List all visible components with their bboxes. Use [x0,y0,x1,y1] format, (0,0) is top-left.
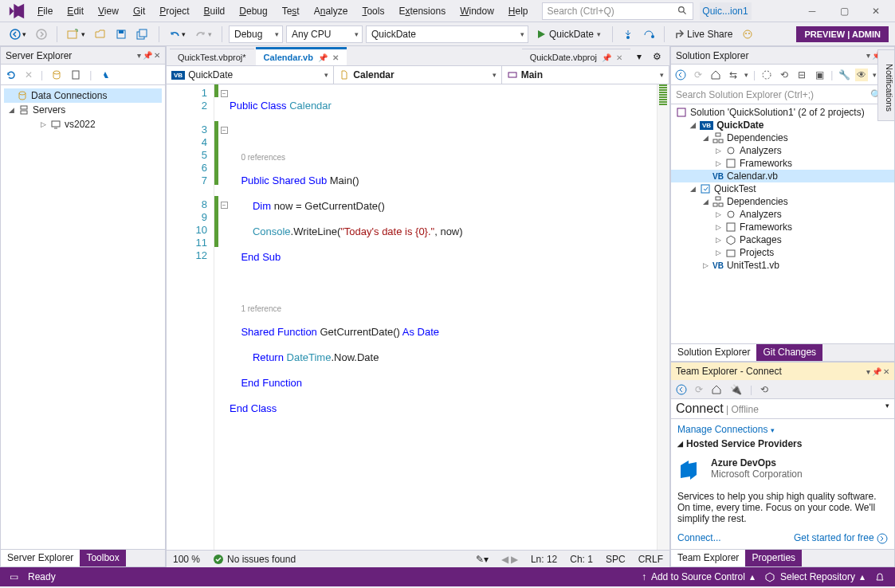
startup-select[interactable]: QuickDate [366,25,528,43]
quick-launch-search[interactable]: Search (Ctrl+Q) [542,2,693,20]
frameworks-node2[interactable]: ▷Frameworks [671,221,894,233]
save-button[interactable] [112,27,130,41]
fold-icon[interactable]: − [221,202,228,209]
menu-git[interactable]: Git [126,2,152,20]
tree-data-connections[interactable]: Data Connections [4,88,162,103]
pin-icon[interactable]: 📌 [143,51,152,60]
close-panel-icon[interactable]: ✕ [154,51,160,60]
crlf-picker-icon[interactable]: ✎▾ [476,554,489,565]
maximize-button[interactable]: ▢ [828,1,860,22]
calendar-vb-node[interactable]: VBCalendar.vb [671,170,894,182]
issues-indicator[interactable]: No issues found [213,554,296,565]
analyzers-node[interactable]: ▷Analyzers [671,144,894,157]
window-menu-icon[interactable]: ▾ [866,367,870,376]
menu-edit[interactable]: Edit [60,2,91,20]
tree-servers[interactable]: ◢ Servers [4,103,162,117]
platform-select[interactable]: Any CPU [286,25,363,43]
git-changes-tab[interactable]: Git Changes [756,344,822,361]
fold-icon[interactable]: − [221,127,228,134]
menu-window[interactable]: Window [453,2,501,20]
tree-server-vs2022[interactable]: ▷ vs2022 [4,117,162,131]
spc-indicator[interactable]: SPC [606,554,626,565]
config-select[interactable]: Debug [229,25,283,43]
server-explorer-header[interactable]: Server Explorer ▾📌✕ [1,47,165,65]
deps-quicktest[interactable]: ◢Dependencies [671,195,894,208]
crlf-indicator[interactable]: CRLF [638,554,663,565]
feedback-icon[interactable] [739,27,756,41]
show-all-icon[interactable]: ▣ [813,69,826,81]
open-file-button[interactable] [92,27,109,41]
connect-header[interactable]: Connect | Offline ▾ [671,399,894,419]
te-refresh-icon[interactable]: ⟲ [760,384,768,395]
te-forward-icon[interactable]: ⟳ [695,384,703,395]
unittest-vb-node[interactable]: ▷VBUnitTest1.vb [671,259,894,272]
menu-build[interactable]: Build [197,2,233,20]
menu-analyze[interactable]: Analyze [307,2,355,20]
project-quicktest[interactable]: ◢QuickTest [671,182,894,195]
undo-button[interactable]: ▾ [166,27,189,41]
menu-project[interactable]: Project [152,2,196,20]
connect-db-icon[interactable] [51,69,62,80]
solution-node[interactable]: Solution 'QuickSolution1' (2 of 2 projec… [671,106,894,119]
col-indicator[interactable]: Ch: 1 [570,554,593,565]
solution-title-chip[interactable]: Quic...ion1 [700,2,752,20]
refresh-icon[interactable]: ⟲ [778,69,791,81]
step-into-icon[interactable] [619,27,637,41]
hosted-providers-section[interactable]: ◢Hosted Service Providers [677,435,888,453]
preview-admin-badge[interactable]: PREVIEW | ADMIN [796,26,889,42]
pin-tab-icon[interactable]: 📌 [318,53,328,62]
window-menu-icon[interactable]: ▾ [866,51,870,60]
pin-icon[interactable]: 📌 [872,367,881,376]
back-icon[interactable] [674,69,687,81]
preview-icon[interactable]: 👁 [855,69,868,81]
te-back-icon[interactable] [676,384,687,395]
preview-pin-icon[interactable]: 📌 [602,53,611,62]
nav-forward-button[interactable] [33,27,50,41]
nav-type-select[interactable]: Calendar [334,66,501,84]
start-debug-button[interactable]: QuickDate ▾ [532,27,606,41]
connect-server-icon[interactable] [70,69,81,80]
menu-debug[interactable]: Debug [232,2,274,20]
properties-icon[interactable]: 🔧 [838,69,850,81]
menu-test[interactable]: Test [275,2,307,20]
team-explorer-tab[interactable]: Team Explorer [671,550,745,566]
minimize-button[interactable]: ─ [796,1,828,22]
fold-icon[interactable]: − [221,90,228,97]
toolbox-tab[interactable]: Toolbox [80,550,125,566]
manage-connections-link[interactable]: Manage Connections ▾ [677,424,888,435]
close-panel-icon[interactable]: ✕ [883,367,889,376]
step-over-icon[interactable] [640,27,658,41]
source-control-button[interactable]: ↑ Add to Source Control ▴ [642,571,755,582]
new-project-button[interactable]: ▾ [64,27,88,41]
menu-file[interactable]: File [30,2,60,20]
get-started-link[interactable]: Get started for free [794,532,888,544]
packages-node[interactable]: ▷Packages [671,233,894,246]
code-content[interactable]: Public Class Calendar 0 references Publi… [230,84,657,550]
switch-views-icon[interactable]: ⇆ [727,69,740,81]
solution-explorer-search[interactable]: Search Solution Explorer (Ctrl+;) 🔍▾ [671,85,894,104]
tab-calendar-vb[interactable]: Calendar.vb📌✕ [256,47,347,65]
scrollbar[interactable] [657,84,669,550]
menu-extensions[interactable]: Extensions [391,2,453,20]
close-tab-icon[interactable]: ✕ [332,53,339,62]
project-quickdate[interactable]: ◢VBQuickDate [671,119,894,131]
window-menu-icon[interactable]: ▾ [137,51,141,60]
analyzers-node2[interactable]: ▷Analyzers [671,208,894,221]
refresh-icon[interactable] [6,69,17,80]
te-plug-icon[interactable]: 🔌 [730,384,742,395]
nav-member-select[interactable]: Main [502,66,669,84]
live-share-button[interactable]: Live Share [671,27,736,41]
tab-quicktest-vbproj[interactable]: QuickTest.vbproj* [170,49,254,65]
close-preview-icon[interactable]: ✕ [616,53,622,62]
menu-help[interactable]: Help [501,2,536,20]
collapse-icon[interactable]: ⊟ [795,69,808,81]
solution-explorer-tab[interactable]: Solution Explorer [671,344,756,361]
deps-quickdate[interactable]: ◢Dependencies [671,131,894,144]
nav-arrows[interactable]: ◀ ▶ [501,554,518,565]
properties-tab[interactable]: Properties [745,550,802,566]
menu-tools[interactable]: Tools [355,2,391,20]
sync-icon[interactable] [760,69,773,81]
solution-explorer-header[interactable]: Solution Explorer ▾📌✕ [671,47,894,65]
tab-settings-icon[interactable]: ⚙ [648,48,666,65]
nav-project-select[interactable]: VBQuickDate [167,66,334,84]
